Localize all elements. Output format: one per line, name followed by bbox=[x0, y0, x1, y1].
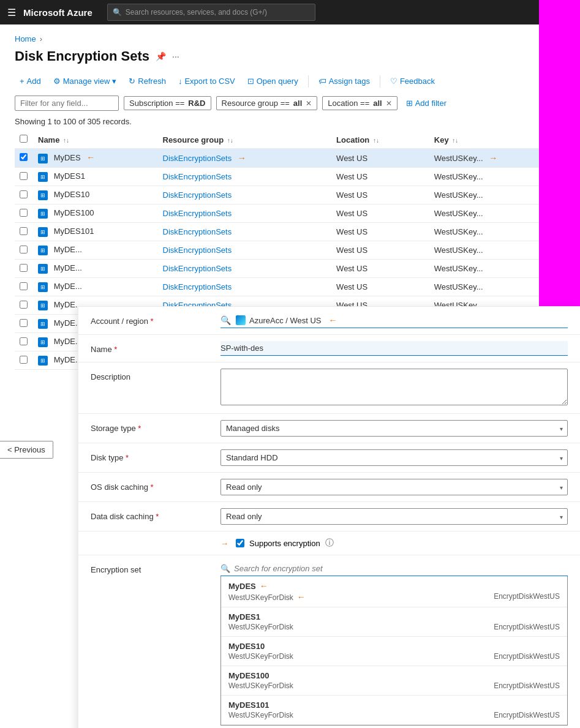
col-name[interactable]: Name ↑↓ bbox=[33, 131, 158, 149]
manage-view-button[interactable]: ⚙ Manage view ▾ bbox=[48, 74, 122, 88]
previous-button[interactable]: < Previous bbox=[0, 441, 53, 459]
col-resource-group[interactable]: Resource group ↑↓ bbox=[158, 131, 332, 149]
export-csv-button[interactable]: ↓ Export to CSV bbox=[173, 74, 240, 88]
global-search[interactable]: 🔍 bbox=[107, 4, 315, 21]
disk-type-select[interactable]: Standard HDD Standard SSD Premium SSD bbox=[220, 449, 568, 466]
row-resource-group: DiskEncryptionSets bbox=[158, 241, 332, 260]
resource-group-link[interactable]: DiskEncryptionSets bbox=[163, 264, 232, 273]
supports-encryption-spacer bbox=[91, 538, 213, 541]
row-resource-group: DiskEncryptionSets bbox=[158, 278, 332, 296]
add-filter-button[interactable]: ⊞ Add filter bbox=[402, 97, 450, 110]
enc-item-mydes100[interactable]: MyDES100 WestUSKeyForDisk EncryptDiskWes… bbox=[221, 666, 567, 696]
row-checkbox-cell[interactable] bbox=[15, 149, 33, 168]
row-checkbox[interactable] bbox=[20, 319, 28, 327]
resource-group-link[interactable]: DiskEncryptionSets bbox=[163, 209, 232, 218]
account-region-input[interactable]: 🔍 AzureAcc / West US ← bbox=[220, 313, 568, 328]
resource-group-link[interactable]: DiskEncryptionSets bbox=[163, 154, 232, 163]
row-checkbox[interactable] bbox=[20, 282, 28, 290]
row-checkbox-cell[interactable] bbox=[15, 186, 33, 205]
toolbar-separator-2 bbox=[380, 75, 380, 88]
open-query-button[interactable]: ⊡ Open query bbox=[243, 74, 303, 88]
resource-group-link[interactable]: DiskEncryptionSets bbox=[163, 227, 232, 236]
row-checkbox[interactable] bbox=[20, 356, 28, 364]
row-checkbox-cell[interactable] bbox=[15, 168, 33, 186]
storage-type-select-wrapper: Managed disks Blob storage Azure Files ▾ bbox=[220, 420, 568, 437]
data-disk-caching-select[interactable]: Read only Read/Write None bbox=[220, 508, 568, 525]
resource-group-link[interactable]: DiskEncryptionSets bbox=[163, 172, 232, 181]
row-location: West US bbox=[331, 186, 429, 205]
row-resource-group: DiskEncryptionSets → bbox=[158, 149, 332, 168]
resource-group-remove-icon[interactable]: ✕ bbox=[306, 99, 312, 108]
select-all-checkbox[interactable] bbox=[20, 135, 28, 143]
description-textarea[interactable] bbox=[220, 369, 568, 405]
row-checkbox[interactable] bbox=[20, 209, 28, 217]
add-button[interactable]: + Add bbox=[15, 74, 46, 88]
enc-item-mydes[interactable]: MyDES← WestUSKeyForDisk← EncryptDiskWest… bbox=[221, 576, 567, 607]
assign-tags-button[interactable]: 🏷 Assign tags bbox=[314, 74, 375, 88]
disk-type-field[interactable]: Standard HDD Standard SSD Premium SSD ▾ bbox=[220, 449, 568, 466]
name-input[interactable] bbox=[220, 341, 568, 356]
enc-item-mydes101[interactable]: MyDES101 WestUSKeyForDisk EncryptDiskWes… bbox=[221, 696, 567, 725]
row-checkbox-cell[interactable] bbox=[15, 296, 33, 315]
resource-group-link[interactable]: DiskEncryptionSets bbox=[163, 282, 232, 291]
os-disk-caching-field[interactable]: Read only Read/Write None ▾ bbox=[220, 479, 568, 495]
row-checkbox[interactable] bbox=[20, 227, 28, 235]
select-all-header[interactable] bbox=[15, 131, 33, 149]
description-field[interactable] bbox=[220, 369, 568, 407]
resource-group-link[interactable]: DiskEncryptionSets bbox=[163, 190, 232, 200]
row-checkbox[interactable] bbox=[20, 172, 28, 180]
row-checkbox-cell[interactable] bbox=[15, 278, 33, 296]
row-checkbox[interactable] bbox=[20, 153, 28, 161]
row-checkbox-cell[interactable] bbox=[15, 260, 33, 278]
row-checkbox[interactable] bbox=[20, 190, 28, 198]
page-header: Disk Encryption Sets 📌 ··· bbox=[15, 48, 565, 64]
encryption-search[interactable]: 🔍 bbox=[220, 561, 568, 576]
refresh-button[interactable]: ↻ Refresh bbox=[124, 74, 171, 88]
os-disk-caching-select[interactable]: Read only Read/Write None bbox=[220, 479, 568, 495]
search-input[interactable] bbox=[126, 8, 310, 17]
more-options-icon[interactable]: ··· bbox=[172, 51, 179, 61]
resource-group-link[interactable]: DiskEncryptionSets bbox=[163, 246, 232, 255]
row-checkbox-cell[interactable] bbox=[15, 315, 33, 333]
row-checkbox[interactable] bbox=[20, 337, 28, 345]
col-location[interactable]: Location ↑↓ bbox=[331, 131, 429, 149]
enc-item-mydes10[interactable]: MyDES10 WestUSKeyForDisk EncryptDiskWest… bbox=[221, 637, 567, 666]
breadcrumb-home[interactable]: Home bbox=[15, 34, 36, 43]
row-checkbox[interactable] bbox=[20, 246, 28, 253]
storage-type-select[interactable]: Managed disks Blob storage Azure Files bbox=[220, 420, 568, 437]
resource-group-filter-label: Resource group == bbox=[222, 99, 290, 108]
row-name: ⊞ MyDE... bbox=[33, 260, 158, 278]
row-checkbox-cell[interactable] bbox=[15, 351, 33, 370]
breadcrumb-separator: › bbox=[40, 34, 42, 43]
supports-encryption-checkbox[interactable] bbox=[236, 539, 244, 547]
row-location: West US bbox=[331, 241, 429, 260]
row-icon: ⊞ bbox=[38, 227, 48, 237]
app-name: Microsoft Azure bbox=[23, 7, 92, 18]
feedback-button[interactable]: ♡ Feedback bbox=[385, 74, 440, 88]
manage-view-icon: ⚙ bbox=[53, 77, 61, 86]
row-checkbox-cell[interactable] bbox=[15, 205, 33, 223]
encryption-search-input[interactable] bbox=[234, 564, 568, 573]
menu-icon[interactable]: ☰ bbox=[7, 7, 16, 18]
account-region-field: 🔍 AzureAcc / West US ← bbox=[220, 313, 568, 328]
row-checkbox[interactable] bbox=[20, 301, 28, 309]
row-checkbox-cell[interactable] bbox=[15, 333, 33, 351]
row-checkbox[interactable] bbox=[20, 264, 28, 272]
row-checkbox-cell[interactable] bbox=[15, 241, 33, 260]
row-icon: ⊞ bbox=[38, 154, 48, 163]
enc-item-mydes1[interactable]: MyDES1 WestUSKeyForDisk EncryptDiskWestU… bbox=[221, 607, 567, 637]
filter-input[interactable] bbox=[15, 96, 119, 111]
info-icon[interactable]: ⓘ bbox=[325, 538, 334, 549]
feedback-icon: ♡ bbox=[390, 77, 397, 86]
overlay-panel: Account / region * 🔍 AzureAcc / West US … bbox=[78, 306, 580, 728]
row-checkbox-cell[interactable] bbox=[15, 223, 33, 241]
description-row: Description bbox=[78, 362, 580, 414]
data-disk-caching-field[interactable]: Read only Read/Write None ▾ bbox=[220, 508, 568, 525]
name-field[interactable] bbox=[220, 341, 568, 356]
location-remove-icon[interactable]: ✕ bbox=[386, 99, 392, 108]
account-region-label: Account / region * bbox=[91, 313, 213, 326]
table-row: ⊞ MyDE... DiskEncryptionSets West US Wes… bbox=[15, 241, 565, 260]
row-location: West US bbox=[331, 205, 429, 223]
storage-type-field[interactable]: Managed disks Blob storage Azure Files ▾ bbox=[220, 420, 568, 437]
pin-icon[interactable]: 📌 bbox=[156, 51, 166, 61]
